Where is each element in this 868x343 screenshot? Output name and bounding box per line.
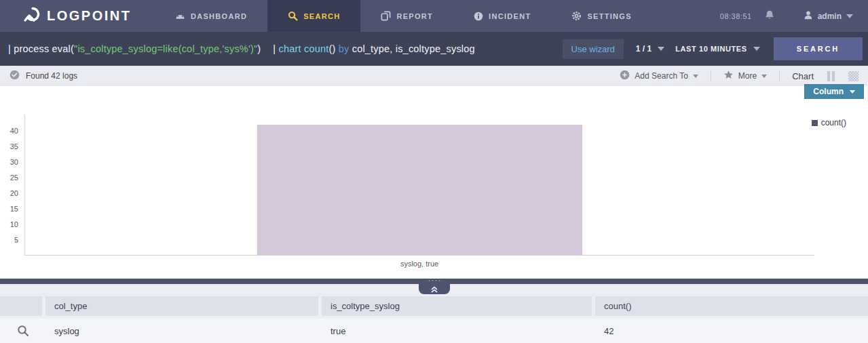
chevron-down-icon	[850, 90, 855, 94]
chart-table-divider	[0, 279, 868, 284]
nav-item-label: DASHBOARD	[191, 12, 247, 20]
report-icon	[381, 11, 391, 21]
divider	[779, 70, 780, 81]
nav-item-settings[interactable]: SETTINGS	[551, 0, 652, 32]
gauge-icon	[175, 11, 185, 21]
chart-area: Column count() 510152025303540 syslog, t…	[0, 86, 868, 279]
clock: 08:38:51	[720, 12, 752, 20]
notifications-bell-icon[interactable]	[764, 9, 775, 23]
table-row[interactable]: syslog true 42	[0, 319, 868, 343]
chevron-down-icon	[693, 75, 698, 78]
nav-item-label: SETTINGS	[587, 12, 631, 20]
plot-area	[24, 115, 814, 256]
search-button[interactable]: SEARCH	[774, 37, 863, 60]
pagination-dropdown[interactable]: 1 / 1	[636, 44, 664, 54]
nav-item-search[interactable]: SEARCH	[267, 0, 360, 32]
user-menu[interactable]: admin	[787, 10, 853, 22]
divider	[711, 70, 711, 81]
nav-item-report[interactable]: REPORT	[360, 0, 453, 32]
logpoint-logo[interactable]: LOGPOINT	[0, 0, 155, 32]
nav-right-cluster: 08:38:51 admin	[720, 0, 868, 32]
nav-item-label: REPORT	[396, 12, 433, 20]
logpoint-logo-icon	[23, 6, 41, 26]
collapse-chart-button[interactable]	[419, 284, 450, 294]
double-chevron-up-icon	[430, 283, 438, 296]
status-bar: Found 42 logs Add Search To More Chart	[0, 66, 868, 86]
time-range-dropdown[interactable]: LAST 10 MINUTES	[675, 45, 760, 53]
column-header-count[interactable]: count()	[595, 296, 868, 316]
chevron-down-icon	[658, 47, 664, 51]
info-icon	[474, 12, 483, 21]
grid-view-icon[interactable]	[848, 71, 858, 81]
pagination-value: 1 / 1	[636, 44, 652, 54]
more-label: More	[738, 71, 757, 81]
time-range-value: LAST 10 MINUTES	[675, 45, 747, 53]
chart-label: Chart	[792, 71, 814, 81]
y-axis-labels: 510152025303540	[0, 115, 24, 256]
plus-circle-icon	[620, 70, 630, 82]
column-header-is-coltype-syslog[interactable]: is_coltype_syslog	[322, 296, 592, 316]
use-wizard-button[interactable]: Use wizard	[563, 39, 624, 59]
star-icon	[723, 70, 734, 82]
table-header-row: col_type is_coltype_syslog count()	[0, 296, 868, 316]
column-header-col-type[interactable]: col_type	[45, 296, 318, 316]
top-nav: LOGPOINT DASHBOARD SEARCH REPORT	[0, 0, 868, 32]
search-result-status: Found 42 logs	[10, 70, 77, 82]
search-query-input[interactable]: | process eval("is_coltype_syslog=like(c…	[8, 43, 556, 54]
chart-legend: count()	[812, 118, 846, 127]
gear-icon	[571, 11, 582, 21]
cell-is-coltype-syslog: true	[322, 326, 595, 336]
drag-handle-dots[interactable]	[428, 280, 440, 281]
legend-series-label: count()	[821, 118, 846, 127]
found-logs-text: Found 42 logs	[26, 71, 77, 81]
brand-name: LOGPOINT	[47, 8, 131, 24]
bar-syslog-true[interactable]	[257, 125, 582, 255]
username: admin	[818, 12, 842, 21]
chevron-down-icon	[753, 47, 760, 51]
search-icon	[288, 11, 298, 21]
nav-item-label: SEARCH	[303, 12, 340, 20]
user-icon	[804, 10, 813, 22]
table-header-gutter	[0, 296, 42, 316]
logpoint-app: LOGPOINT DASHBOARD SEARCH REPORT	[0, 0, 868, 343]
chart-view-icon[interactable]	[827, 71, 837, 81]
nav-item-incident[interactable]: INCIDENT	[453, 0, 551, 32]
more-menu[interactable]: More	[723, 70, 767, 82]
chevron-down-icon	[761, 75, 767, 78]
add-search-to-menu[interactable]: Add Search To	[620, 70, 698, 82]
nav-item-label: INCIDENT	[489, 12, 531, 20]
chevron-down-icon	[846, 14, 853, 18]
chart-type-label: Column	[813, 87, 844, 96]
x-axis-category-label: syslog, true	[24, 260, 814, 268]
nav-item-dashboard[interactable]: DASHBOARD	[155, 0, 267, 32]
main-nav: DASHBOARD SEARCH REPORT INCIDENT	[155, 0, 652, 32]
check-circle-icon	[10, 70, 20, 82]
status-actions: Add Search To More Chart	[620, 70, 858, 82]
query-bar: | process eval("is_coltype_syslog=like(c…	[0, 32, 868, 66]
chart-type-dropdown[interactable]: Column	[804, 84, 864, 99]
add-search-to-label: Add Search To	[635, 71, 688, 81]
cell-col-type: syslog	[45, 326, 322, 336]
row-search-icon[interactable]	[0, 325, 45, 337]
cell-count: 42	[595, 326, 868, 336]
